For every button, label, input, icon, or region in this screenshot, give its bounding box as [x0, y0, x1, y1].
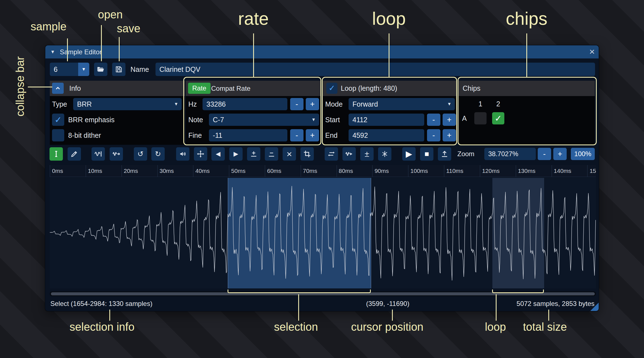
ruler-tick: 50ms [229, 165, 245, 177]
chevron-up-icon [55, 85, 61, 92]
ruler-tick: 130ms [516, 165, 536, 177]
callout-line-rate [253, 33, 254, 77]
ruler-tick: 80ms [337, 165, 353, 177]
annotation-chips: chips [500, 8, 553, 29]
ruler-tick: 10ms [86, 165, 102, 177]
callout-line-total-size [548, 310, 549, 321]
dither-checkbox[interactable] [52, 129, 64, 141]
callout-line-sample [67, 38, 68, 61]
status-selection-info: Select (1654-2984: 1330 samples) [50, 298, 152, 309]
save-sample-button[interactable] [112, 63, 125, 76]
undo-icon: ↺ [137, 150, 144, 158]
triangle-left-icon: ◀ [216, 151, 221, 157]
wave-arrow-icon [112, 150, 120, 158]
zoom-value: 38.7027% [488, 150, 518, 158]
close-button[interactable]: × [589, 45, 595, 58]
name-input-value: Clarinet DQV [159, 65, 200, 73]
window-resize-grip[interactable] [590, 303, 599, 311]
annotation-open: open [98, 8, 123, 21]
callout-line-open [101, 25, 102, 61]
ruler-tick: 100ms [408, 165, 428, 177]
window-collapse-icon[interactable]: ▼ [50, 45, 55, 58]
minus-bar-icon [268, 150, 275, 158]
zoom-value-input[interactable]: 38.7027% [484, 148, 536, 160]
stop-icon: ■ [425, 150, 429, 158]
waveform-plot [50, 178, 596, 288]
triangle-right-icon: ▶ [234, 151, 238, 157]
zoom-reset-button[interactable]: 100% [571, 148, 595, 160]
callout-line-save [119, 37, 120, 61]
callout-line-selection [298, 294, 299, 321]
callout-line-loop [389, 33, 389, 77]
ruler-tick: 0ms [50, 165, 63, 177]
annotation-loop-bottom: loop [485, 321, 506, 333]
annotation-selection-info: selection info [70, 321, 134, 333]
crop-icon [303, 150, 311, 158]
ruler-tick: 70ms [301, 165, 317, 177]
check-icon: ✓ [55, 116, 62, 124]
wave-bar-icon [94, 150, 102, 158]
annotation-loop: loop [364, 8, 413, 29]
select-tool-button[interactable] [50, 147, 63, 161]
apply-silence-button[interactable] [265, 147, 278, 161]
titlebar[interactable]: ▼ Sample Editor × [45, 45, 599, 58]
delete-button[interactable]: × [283, 147, 296, 161]
zoom-label: Zoom [457, 147, 474, 161]
zoom-out-button[interactable]: - [538, 148, 551, 160]
ibeam-cursor-icon [52, 150, 60, 158]
type-dropdown[interactable]: BRR ▼ [73, 98, 182, 110]
filter-button[interactable] [378, 147, 391, 161]
status-total-size: 5072 samples, 2853 bytes [517, 298, 594, 309]
trim-button[interactable] [300, 147, 314, 161]
callout-line-chips [526, 33, 527, 77]
swap-arrows-icon [327, 150, 335, 158]
callout-line-collapse-bar [28, 87, 52, 87]
annotation-rate: rate [228, 8, 279, 29]
collapse-bar-button[interactable] [52, 83, 64, 94]
sample-selector-value: 6 [54, 65, 58, 73]
play-button[interactable]: ▶ [402, 147, 416, 161]
brr-emphasis-checkbox[interactable]: ✓ [52, 114, 64, 126]
waveform-display[interactable] [50, 178, 596, 288]
time-ruler: 0ms10ms20ms30ms40ms50ms60ms70ms80ms90ms1… [50, 165, 596, 177]
info-panel-header: Info [50, 81, 185, 96]
callout-line-selection-info [109, 310, 110, 321]
type-dropdown-value: BRR [77, 100, 92, 108]
ruler-tick: 20ms [122, 165, 138, 177]
sample-selector[interactable]: 6 ▼ [50, 63, 89, 76]
redo-button[interactable]: ↻ [151, 147, 165, 161]
folder-open-icon [97, 65, 105, 73]
create-instrument-button[interactable] [438, 147, 451, 161]
name-input[interactable]: Clarinet DQV [156, 63, 595, 76]
amplify-button[interactable] [176, 147, 189, 161]
draw-tool-button[interactable] [68, 147, 81, 161]
upload-icon [441, 150, 448, 158]
resize-button[interactable] [194, 147, 207, 161]
annotation-sample: sample [31, 20, 66, 33]
ruler-tick: 140ms [552, 165, 571, 177]
delete-icon: × [287, 149, 292, 159]
preview-selection-button[interactable] [342, 147, 356, 161]
ruler-tick: 90ms [372, 165, 389, 177]
annotation-total-size: total size [523, 321, 567, 333]
floppy-save-icon [115, 65, 123, 73]
ruler-tick: 110ms [444, 165, 463, 177]
crossfade-button[interactable] [325, 147, 338, 161]
stop-button[interactable]: ■ [420, 147, 433, 161]
chevron-down-icon[interactable]: ▼ [78, 63, 89, 76]
insert-silence-button[interactable] [247, 147, 260, 161]
adjust-sign-button[interactable]: ± [360, 147, 374, 161]
stretch-button[interactable] [110, 147, 123, 161]
selection-bracket-annotation [228, 290, 371, 293]
zoom-in-button[interactable]: + [553, 148, 567, 160]
open-sample-button[interactable] [94, 63, 107, 76]
undo-button[interactable]: ↺ [134, 147, 147, 161]
loop-outline-box [322, 77, 457, 145]
invert-button[interactable]: ▶ [229, 147, 243, 161]
name-label: Name [130, 63, 149, 76]
annotation-cursor-position: cursor position [351, 321, 423, 333]
resample-button[interactable] [92, 147, 105, 161]
callout-line-loop-bottom [496, 294, 497, 321]
reverse-button[interactable]: ◀ [211, 147, 225, 161]
annotation-save: save [117, 22, 140, 35]
